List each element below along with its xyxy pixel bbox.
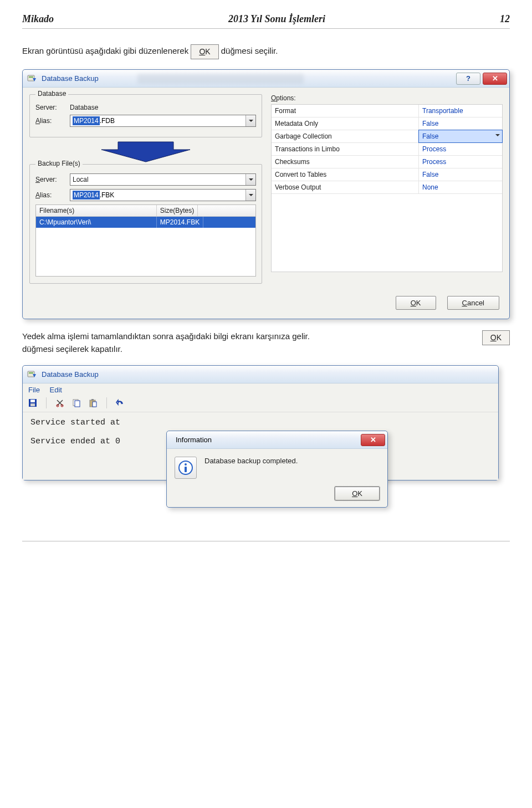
- doc-footer-rule: [22, 541, 510, 541]
- menu-file[interactable]: File: [28, 386, 40, 394]
- svg-rect-10: [75, 401, 80, 407]
- bk-server-label: Server:: [35, 176, 70, 183]
- db-alias-label: Alias:: [35, 117, 70, 125]
- bk-alias-label: Alias:: [35, 191, 70, 199]
- close-button[interactable]: ✕: [361, 434, 385, 446]
- information-dialog: Information ✕ Database backup completed.…: [166, 431, 388, 508]
- db-server-label: Server:: [35, 104, 70, 111]
- dialog-title: Database Backup: [42, 74, 99, 83]
- file-row-name: MP2014.FBK: [157, 217, 203, 228]
- blurred-tab-area: [137, 74, 304, 84]
- close-button[interactable]: ✕: [483, 73, 507, 85]
- options-label: Options:: [271, 94, 503, 102]
- option-label: Transactions in Limbo: [272, 143, 419, 155]
- option-row[interactable]: FormatTransportable: [272, 105, 502, 117]
- para2-text-b: düğmesi seçilerek kapatılır.: [22, 343, 477, 356]
- paragraph-1: Ekran görüntüsü aşağıdaki gibi düzenlene…: [22, 44, 510, 59]
- inline-ok-button: OK: [191, 44, 218, 59]
- bk-alias-value: MP2014: [73, 191, 100, 200]
- option-row[interactable]: Metadata OnlyFalse: [272, 117, 502, 130]
- toolbar: [23, 395, 498, 412]
- doc-heading: 2013 Yıl Sonu İşlemleri: [228, 13, 325, 25]
- option-row[interactable]: Garbage CollectionFalse: [272, 130, 502, 143]
- file-row-path: C:\Mpuantor\Veri\: [36, 217, 157, 228]
- database-backup-icon: [27, 74, 37, 84]
- chevron-down-icon: [245, 174, 255, 185]
- database-group-legend: Database: [35, 90, 68, 98]
- copy-icon[interactable]: [71, 397, 82, 408]
- ok-button[interactable]: OK: [335, 487, 380, 500]
- option-row[interactable]: Transactions in LimboProcess: [272, 143, 502, 156]
- option-value[interactable]: False: [419, 168, 502, 181]
- help-button[interactable]: ?: [456, 73, 480, 85]
- table-row[interactable]: C:\Mpuantor\Veri\ MP2014.FBK: [36, 217, 255, 228]
- option-label: Metadata Only: [272, 117, 419, 130]
- para2-text-a: Yedek alma işlemi tamamlandıktan sonra a…: [22, 330, 477, 343]
- option-value[interactable]: Process: [419, 143, 502, 155]
- help-icon: ?: [466, 74, 470, 83]
- dialog-title: Database Backup: [42, 370, 99, 379]
- backup-file-table: Filename(s) Size(Bytes) C:\Mpuantor\Veri…: [35, 204, 256, 277]
- menu-edit[interactable]: Edit: [50, 386, 62, 394]
- database-backup-icon: [27, 370, 37, 380]
- titlebar: Database Backup ? ✕: [23, 70, 509, 88]
- options-grid: FormatTransportableMetadata OnlyFalseGar…: [271, 104, 503, 272]
- para1-text-a: Ekran görüntüsü aşağıdaki gibi düzenlene…: [22, 46, 191, 55]
- option-row[interactable]: Convert to TablesFalse: [272, 168, 502, 181]
- option-row[interactable]: ChecksumsProcess: [272, 156, 502, 168]
- svg-rect-3: [29, 372, 33, 374]
- option-value[interactable]: False: [419, 130, 502, 142]
- option-value[interactable]: Transportable: [419, 105, 502, 117]
- info-message: Database backup completed.: [204, 457, 298, 479]
- svg-point-15: [185, 463, 187, 466]
- option-label: Garbage Collection: [272, 130, 419, 142]
- ok-button[interactable]: OK: [396, 296, 436, 310]
- dialog-footer: OK Cancel: [23, 296, 509, 319]
- titlebar: Information ✕: [167, 431, 387, 449]
- svg-rect-1: [29, 76, 33, 78]
- paste-icon[interactable]: [88, 397, 99, 408]
- file-col-size: Size(Bytes): [157, 205, 198, 216]
- doc-page-number: 12: [500, 13, 510, 25]
- svg-rect-12: [91, 399, 94, 401]
- info-icon: [175, 457, 197, 479]
- option-value[interactable]: False: [419, 117, 502, 130]
- db-alias-combo[interactable]: MP2014.FDB: [70, 115, 256, 127]
- option-value[interactable]: None: [419, 181, 502, 193]
- cut-icon[interactable]: [54, 397, 65, 408]
- bk-server-combo[interactable]: Local: [70, 173, 256, 186]
- file-col-filename: Filename(s): [36, 205, 157, 216]
- option-label: Convert to Tables: [272, 168, 419, 181]
- backup-files-group: Backup File(s) Server: Local Alias: MP20…: [29, 164, 262, 284]
- close-icon: ✕: [370, 436, 376, 444]
- doc-brand: Mikado: [22, 13, 54, 25]
- titlebar: Database Backup: [23, 366, 498, 383]
- dialog-title: Information: [176, 436, 212, 444]
- chevron-down-icon: [245, 115, 255, 126]
- paragraph-2: Yedek alma işlemi tamamlandıktan sonra a…: [22, 330, 510, 355]
- undo-icon[interactable]: [115, 397, 126, 408]
- bk-server-value: Local: [73, 176, 89, 183]
- db-server-value: Database: [70, 104, 98, 111]
- para1-text-b: düğmesi seçilir.: [221, 46, 278, 55]
- svg-rect-6: [30, 403, 35, 406]
- option-label: Format: [272, 105, 419, 117]
- inline-ok-button-2: OK: [482, 330, 510, 345]
- database-group: Database Server: Database Alias: MP2014.…: [29, 94, 262, 137]
- chevron-down-icon: [245, 190, 255, 201]
- cancel-button[interactable]: Cancel: [447, 296, 499, 310]
- svg-rect-16: [185, 467, 187, 472]
- database-backup-dialog: Database Backup ? ✕ Database Server: Dat…: [22, 69, 510, 319]
- option-label: Checksums: [272, 156, 419, 168]
- option-row[interactable]: Verbose OutputNone: [272, 181, 502, 194]
- bk-alias-combo[interactable]: MP2014.FBK: [70, 189, 256, 201]
- svg-rect-5: [30, 400, 35, 402]
- save-icon[interactable]: [27, 397, 38, 408]
- svg-rect-13: [93, 402, 96, 407]
- backup-group-legend: Backup File(s): [35, 160, 83, 167]
- option-value[interactable]: Process: [419, 156, 502, 168]
- menubar: File Edit: [23, 383, 498, 395]
- doc-header: Mikado 2013 Yıl Sonu İşlemleri 12: [22, 13, 510, 29]
- db-alias-value: MP2014: [73, 116, 100, 125]
- option-label: Verbose Output: [272, 181, 419, 193]
